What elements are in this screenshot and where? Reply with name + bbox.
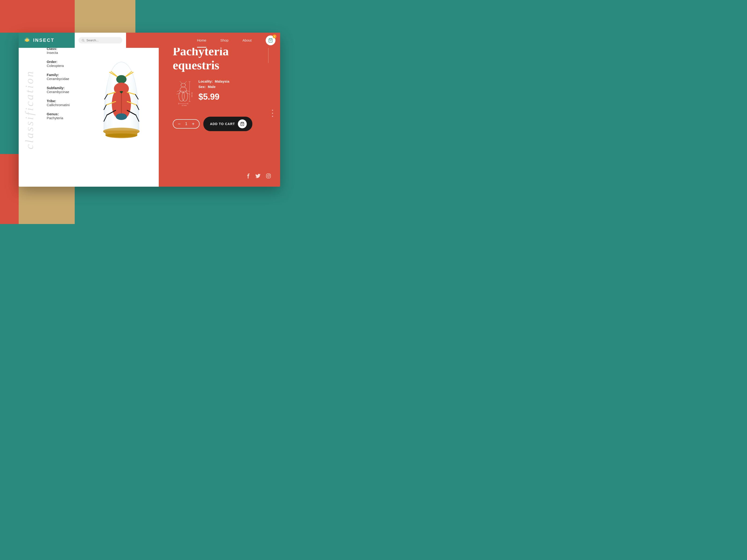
svg-line-49 xyxy=(186,90,189,91)
nav-shop[interactable]: Shop xyxy=(221,38,229,42)
svg-line-12 xyxy=(83,41,84,42)
svg-line-34 xyxy=(104,115,107,121)
product-info-row: 32 mm 12 mm Locality: Malaysia Sex: Male… xyxy=(173,79,268,105)
order-value: Coleoptera xyxy=(47,64,70,68)
instagram-icon[interactable] xyxy=(266,174,271,180)
svg-point-41 xyxy=(181,83,186,87)
insect-size-diagram: 32 mm 12 mm xyxy=(173,79,191,105)
price: $5.99 xyxy=(199,92,229,102)
logo-text: INSECT xyxy=(33,37,54,43)
sex-line: Sex: Male xyxy=(199,85,229,89)
dot xyxy=(272,113,273,114)
svg-point-61 xyxy=(267,175,269,177)
svg-line-48 xyxy=(177,93,180,94)
svg-line-8 xyxy=(29,41,30,42)
product-title: Pachyteria equestris xyxy=(173,44,268,72)
nav-active-indicator xyxy=(197,47,206,48)
svg-point-6 xyxy=(28,37,28,38)
list-item: Tribe: Callichromatini xyxy=(47,99,70,107)
bg-topmid xyxy=(75,0,135,33)
product-title-line2: equestris xyxy=(173,59,219,72)
nav-home[interactable]: Home xyxy=(197,38,206,42)
size-diagram-svg: 32 mm 12 mm xyxy=(173,79,194,107)
svg-line-50 xyxy=(186,93,190,94)
quantity-increase-button[interactable]: + xyxy=(192,122,195,126)
search-icon xyxy=(82,39,84,42)
svg-line-30 xyxy=(105,95,107,99)
locality-value: Malaysia xyxy=(215,79,229,83)
quantity-value: 1 xyxy=(184,122,188,126)
cart-icon-circle xyxy=(238,119,247,128)
bg-bottomleft2 xyxy=(19,182,75,224)
search-area xyxy=(75,33,126,48)
search-input-wrap[interactable] xyxy=(78,37,122,44)
logo-icon xyxy=(23,37,31,44)
cart-nav-icon xyxy=(268,38,273,43)
svg-point-45 xyxy=(179,91,184,101)
tribe-value: Callichromatini xyxy=(47,103,70,107)
subfamily-value: Cerambycinae xyxy=(47,90,70,94)
header: INSECT Home Shop About 1 xyxy=(19,33,280,48)
svg-point-5 xyxy=(26,37,27,38)
bg-bottomleft xyxy=(0,154,19,224)
cart-badge: 1 xyxy=(273,34,276,38)
svg-point-46 xyxy=(182,91,188,101)
list-item: Genus: Pachyteria xyxy=(47,112,70,120)
svg-line-47 xyxy=(177,90,180,91)
svg-line-38 xyxy=(136,105,139,110)
svg-line-32 xyxy=(104,105,106,110)
add-to-cart-button[interactable]: ADD TO CART xyxy=(203,117,252,131)
quantity-control: − 1 + xyxy=(173,119,200,129)
add-to-cart-label: ADD TO CART xyxy=(210,122,235,126)
quantity-decrease-button[interactable]: − xyxy=(178,122,181,126)
genus-label: Genus: xyxy=(47,112,70,116)
dome-container xyxy=(84,33,159,187)
twitter-icon[interactable] xyxy=(255,174,260,179)
sex-value: Male xyxy=(208,85,215,89)
order-label: Order: xyxy=(47,60,70,64)
tribe-label: Tribe: xyxy=(47,99,70,103)
search-input[interactable] xyxy=(86,38,119,42)
svg-line-43 xyxy=(184,81,187,83)
classification-watermark: classification xyxy=(23,70,36,149)
dome-assembly xyxy=(92,57,151,158)
sex-label: Sex: xyxy=(199,85,206,89)
right-section: Pachyteria equestris xyxy=(159,33,280,187)
family-label: Family: xyxy=(47,73,70,77)
cart-icon xyxy=(240,122,244,126)
left-section: classification Class: Insecta Order: Col… xyxy=(19,33,159,187)
list-item: Order: Coleoptera xyxy=(47,60,70,68)
svg-line-36 xyxy=(135,95,138,99)
cart-nav-button[interactable]: 1 xyxy=(266,35,276,45)
list-item: Subfamily: Cerambycinae xyxy=(47,86,70,94)
list-item: Family: Cerambycidae xyxy=(47,73,70,81)
svg-text:12 mm: 12 mm xyxy=(182,105,187,106)
svg-point-28 xyxy=(116,113,127,120)
social-row xyxy=(247,174,271,180)
genus-value: Pachyteria xyxy=(47,116,70,120)
main-card: classification Class: Insecta Order: Col… xyxy=(19,33,280,187)
dot xyxy=(272,116,273,117)
dot xyxy=(272,110,273,111)
subfamily-label: Subfamily: xyxy=(47,86,70,90)
locality-line: Locality: Malaysia xyxy=(199,79,229,83)
beetle-illustration xyxy=(103,71,140,136)
svg-point-11 xyxy=(82,39,84,41)
logo-area: INSECT xyxy=(19,33,75,48)
svg-text:32 mm: 32 mm xyxy=(191,92,193,97)
locality-label: Locality: xyxy=(199,79,213,83)
nav-about[interactable]: About xyxy=(242,38,252,42)
nav-area: Home Shop About 1 xyxy=(126,33,280,48)
cart-row: − 1 + ADD TO CART xyxy=(173,117,268,131)
svg-rect-60 xyxy=(266,174,271,178)
facebook-icon[interactable] xyxy=(247,174,250,180)
product-details: Locality: Malaysia Sex: Male $5.99 xyxy=(199,79,229,102)
class-value: Insecta xyxy=(47,51,70,55)
svg-line-7 xyxy=(25,41,25,42)
family-value: Cerambycidae xyxy=(47,77,70,81)
dots-decoration xyxy=(272,110,273,117)
list-item: Class: Insecta xyxy=(47,47,70,55)
bg-topleft xyxy=(0,0,75,33)
svg-point-62 xyxy=(269,175,270,175)
classification-list: Class: Insecta Order: Coleoptera Family:… xyxy=(47,47,70,125)
